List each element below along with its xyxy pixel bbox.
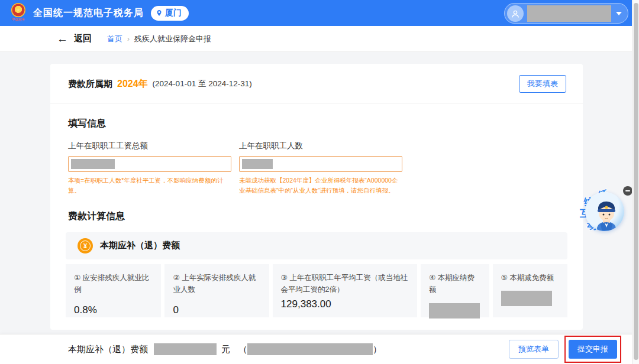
location-label: 厦门 — [165, 8, 182, 18]
salary-total-label: 上年在职职工工资总额 — [68, 141, 231, 151]
period-label: 费款所属期 — [68, 79, 112, 90]
submit-declaration-button[interactable]: 提交申报 — [569, 340, 617, 359]
tax-emblem-icon — [11, 3, 25, 17]
calc-value: 129,383.00 — [281, 298, 409, 310]
calc-cell-actual-count: ② 上年实际安排残疾人就业人数 0 — [164, 264, 269, 317]
chevron-down-icon — [616, 12, 622, 15]
location-pin-icon — [156, 9, 163, 17]
scrollbar-thumb[interactable] — [634, 3, 638, 360]
user-avatar-icon — [507, 5, 524, 22]
salary-total-hint: 本项=在职职工人数*年度社平工资，不影响应纳费额的计算。 — [68, 176, 231, 196]
fill-info-form: 上年在职职工工资总额 本项=在职职工人数*年度社平工资，不影响应纳费额的计算。 … — [50, 130, 583, 196]
fill-info-title: 填写信息 — [50, 103, 583, 130]
employee-count-hint: 未能成功获取【2024年度】企业所得税年报表“A000000企业基础信息表”中的… — [239, 176, 402, 196]
breadcrumb-current: 残疾人就业保障金申报 — [134, 34, 211, 44]
employee-count-field-group: 上年在职职工人数 未能成功获取【2024年度】企业所得税年报表“A000000企… — [239, 141, 402, 196]
calc-banner: ¥ 本期应补（退）费额 — [66, 232, 567, 259]
breadcrumb-separator: › — [127, 35, 130, 43]
calc-cell-avg-salary: ③ 上年在职职工年平均工资（或当地社会平均工资的2倍） 129,383.00 — [273, 264, 417, 317]
calc-table: ① 应安排残疾人就业比例 0.8% ② 上年实际安排残疾人就业人数 0 ③ 上年… — [66, 264, 567, 317]
minimize-widget-button[interactable] — [623, 186, 632, 196]
page-scrollbar — [632, 0, 639, 364]
tax-interaction-widget: 征 纳 互 动 — [577, 184, 634, 235]
app-title: 全国统一规范电子税务局 — [33, 7, 144, 20]
logo-caption: 中国税务 — [12, 17, 25, 22]
calc-value: 0 — [173, 304, 260, 316]
redacted-amount-words — [247, 343, 373, 355]
calc-cell-ratio: ① 应安排残疾人就业比例 0.8% — [66, 264, 161, 317]
back-label: 返回 — [74, 33, 92, 44]
period-header: 费款所属期 2024年 (2024-01-01 至 2024-12-31) 我要… — [50, 64, 583, 103]
calc-cell-payable: ④ 本期应纳费额 — [421, 264, 489, 317]
period-year: 2024年 — [117, 78, 148, 90]
calc-cell-reduction: ⑤ 本期减免费额 — [493, 264, 567, 317]
salary-total-input[interactable] — [68, 156, 231, 172]
employee-count-input[interactable] — [239, 156, 402, 172]
location-selector[interactable]: 厦门 — [151, 6, 189, 21]
preview-form-button[interactable]: 预览表单 — [509, 340, 559, 359]
footer-action-bar: 本期应补（退）费额 元 （ ） 预览表单 提交申报 — [0, 334, 639, 364]
calc-info-title: 费款计算信息 — [50, 196, 583, 223]
redacted-value — [71, 159, 115, 169]
redacted-username — [527, 5, 611, 22]
footer-buttons: 预览表单 提交申报 — [509, 336, 621, 363]
coin-icon: ¥ — [78, 238, 93, 254]
salary-total-field-group: 上年在职职工工资总额 本项=在职职工人数*年度社平工资，不影响应纳费额的计算。 — [68, 141, 231, 196]
redacted-value — [501, 291, 552, 306]
redacted-value — [242, 159, 273, 169]
declaration-card: 费款所属期 2024年 (2024-01-01 至 2024-12-31) 我要… — [50, 64, 583, 330]
redacted-amount — [154, 343, 217, 355]
calc-banner-label: 本期应补（退）费额 — [100, 240, 180, 251]
footer-amount-label: 本期应补（退）费额 — [68, 344, 148, 355]
tax-bureau-logo: 中国税务 — [8, 3, 28, 24]
calc-value: 0.8% — [74, 304, 153, 316]
back-arrow-icon: ← — [57, 33, 68, 44]
breadcrumb-bar: ← 返回 首页 › 残疾人就业保障金申报 — [0, 26, 639, 52]
fill-form-button[interactable]: 我要填表 — [519, 75, 566, 93]
breadcrumb: 首页 › 残疾人就业保障金申报 — [107, 34, 211, 44]
annotation-highlight-box: 提交申报 — [564, 336, 621, 363]
mascot-avatar[interactable] — [585, 192, 624, 231]
breadcrumb-home-link[interactable]: 首页 — [107, 34, 122, 44]
footer-unit: 元 — [221, 344, 230, 355]
period-range: (2024-01-01 至 2024-12-31) — [153, 79, 252, 89]
app-header: 中国税务 全国统一规范电子税务局 厦门 — [0, 0, 639, 26]
user-account-menu[interactable] — [504, 3, 628, 24]
redacted-value — [429, 303, 480, 318]
back-button[interactable]: ← 返回 — [57, 33, 92, 44]
employee-count-label: 上年在职职工人数 — [239, 141, 402, 151]
